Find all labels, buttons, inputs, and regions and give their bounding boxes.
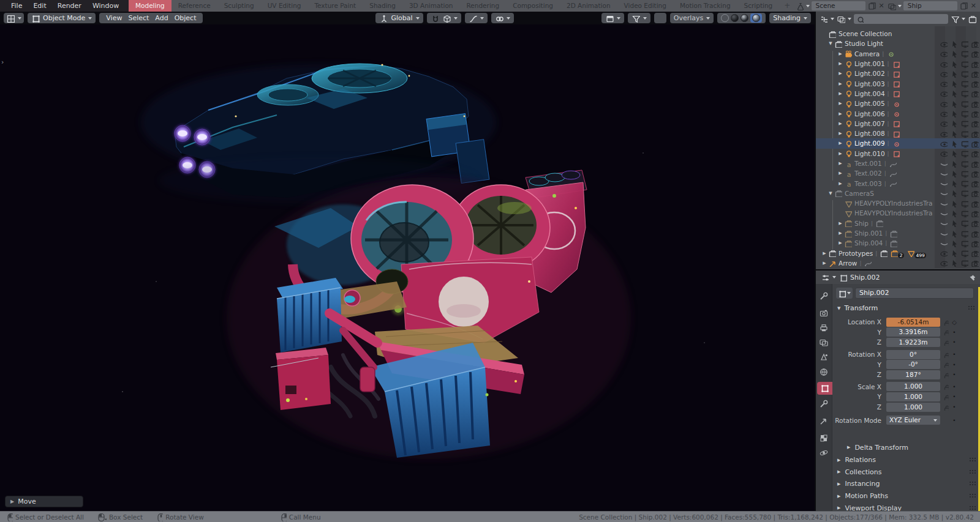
lock-icon[interactable] bbox=[942, 339, 949, 346]
tab-sculpting[interactable]: Sculpting bbox=[217, 0, 261, 12]
remove-view-layer-icon[interactable]: ✕ bbox=[970, 2, 978, 10]
eye-closed-icon[interactable] bbox=[940, 170, 948, 177]
monitor-icon[interactable] bbox=[960, 80, 968, 88]
rotation-y-field[interactable]: -0° bbox=[886, 360, 940, 369]
cursor-icon[interactable] bbox=[950, 149, 958, 157]
properties-editor-icon[interactable] bbox=[821, 273, 829, 282]
snap-mode-cube-icon[interactable] bbox=[442, 14, 451, 23]
location-y-field[interactable]: 3.3916m bbox=[886, 327, 940, 337]
view-layer-icon[interactable] bbox=[888, 2, 896, 10]
animate-dot-icon[interactable]: • bbox=[950, 362, 959, 368]
expander-icon[interactable]: ▶ bbox=[837, 171, 844, 176]
camera-icon[interactable] bbox=[971, 199, 979, 207]
camera-icon[interactable] bbox=[971, 89, 979, 97]
camera-icon[interactable] bbox=[971, 130, 979, 138]
animate-dot-icon[interactable]: • bbox=[950, 371, 959, 378]
expander-icon[interactable]: ▶ bbox=[837, 131, 844, 136]
tab-world-icon[interactable] bbox=[819, 367, 829, 378]
lock-icon[interactable] bbox=[942, 393, 949, 400]
outliner-row-light[interactable]: ▶ Light.008 | bbox=[816, 129, 980, 138]
expander-icon[interactable]: ▶ bbox=[821, 261, 828, 266]
object-id-button[interactable] bbox=[836, 288, 853, 299]
tab-shading[interactable]: Shading bbox=[363, 0, 402, 12]
eye-icon[interactable] bbox=[940, 130, 948, 138]
new-scene-icon[interactable] bbox=[867, 2, 876, 10]
outliner-row-ship[interactable]: ▶ Ship.004 | bbox=[816, 238, 980, 248]
camera-icon[interactable] bbox=[971, 249, 979, 257]
outliner-row-light[interactable]: ▶ Light.004 | bbox=[816, 89, 980, 99]
monitor-icon[interactable] bbox=[960, 130, 968, 138]
cursor-icon[interactable] bbox=[950, 170, 958, 177]
eye-closed-icon[interactable] bbox=[940, 199, 948, 207]
expander-icon[interactable]: ▶ bbox=[837, 221, 844, 226]
expander-icon[interactable]: ▶ bbox=[837, 61, 844, 66]
monitor-icon[interactable] bbox=[960, 110, 968, 117]
animate-dot-icon[interactable]: • bbox=[950, 351, 959, 357]
cursor-icon[interactable] bbox=[950, 229, 958, 237]
toolbar-expand-arrow[interactable]: › bbox=[1, 58, 4, 66]
delta-transform-panel[interactable]: ▶Delta Transform bbox=[842, 442, 978, 453]
overlays-dropdown[interactable]: Overlays bbox=[670, 13, 714, 23]
proportional-editing[interactable] bbox=[465, 13, 488, 23]
eye-closed-icon[interactable] bbox=[940, 209, 948, 217]
tab-output-icon[interactable] bbox=[819, 323, 829, 334]
add-workspace-button[interactable]: + bbox=[779, 0, 795, 12]
menu-add[interactable]: Add bbox=[152, 14, 171, 22]
cursor-icon[interactable] bbox=[950, 259, 958, 267]
camera-icon[interactable] bbox=[971, 160, 979, 168]
tab-texture-icon[interactable] bbox=[819, 433, 829, 444]
monitor-icon[interactable] bbox=[960, 119, 968, 127]
lock-icon[interactable] bbox=[942, 361, 949, 368]
menu-render[interactable]: Render bbox=[53, 0, 86, 12]
cursor-icon[interactable] bbox=[950, 60, 958, 68]
lock-icon[interactable] bbox=[942, 351, 949, 358]
cursor-icon[interactable] bbox=[950, 219, 958, 227]
new-view-layer-icon[interactable] bbox=[959, 2, 968, 10]
outliner-row-light-selected[interactable]: ▶ Light.009 | bbox=[816, 138, 980, 148]
filter-funnel-icon[interactable] bbox=[951, 15, 959, 23]
cursor-icon[interactable] bbox=[950, 209, 958, 217]
gizmo-toggle[interactable] bbox=[654, 13, 666, 23]
collection-filter-icon[interactable] bbox=[968, 15, 976, 23]
unlink-scene-icon[interactable]: ✕ bbox=[878, 2, 886, 10]
lock-icon[interactable] bbox=[942, 329, 949, 335]
tab-physics-icon[interactable] bbox=[819, 448, 829, 458]
camera-icon[interactable] bbox=[971, 259, 979, 267]
eye-closed-icon[interactable] bbox=[940, 189, 948, 197]
collections-panel[interactable]: ▶Collections bbox=[832, 466, 980, 479]
cursor-icon[interactable] bbox=[950, 199, 958, 207]
eye-icon[interactable] bbox=[940, 40, 948, 48]
rotation-mode-dropdown[interactable]: XYZ Euler bbox=[886, 416, 940, 425]
eye-icon[interactable] bbox=[940, 89, 948, 97]
expander-icon[interactable]: ▶ bbox=[837, 151, 844, 156]
expander-icon[interactable]: ▶ bbox=[837, 111, 844, 116]
outliner-row-text[interactable]: ▶ Text.002 | bbox=[816, 168, 980, 178]
pivot-link-dropdown[interactable] bbox=[491, 13, 514, 23]
outliner-row-light[interactable]: ▶ Light.001 | bbox=[816, 59, 980, 69]
tab-uv-editing[interactable]: UV Editing bbox=[261, 0, 308, 12]
animate-dot-icon[interactable]: • bbox=[950, 404, 959, 410]
camera-icon[interactable] bbox=[971, 239, 979, 247]
collapse-triangle-icon[interactable]: ▶ bbox=[10, 499, 14, 504]
monitor-icon[interactable] bbox=[960, 229, 968, 237]
monitor-icon[interactable] bbox=[960, 149, 968, 157]
eye-icon[interactable] bbox=[940, 119, 948, 127]
monitor-icon[interactable] bbox=[960, 199, 968, 207]
outliner-row-light[interactable]: ▶ Light.006 | bbox=[816, 108, 980, 118]
monitor-icon[interactable] bbox=[960, 179, 968, 187]
object-name-field[interactable]: Ship.002 bbox=[855, 288, 974, 299]
expander-icon[interactable]: ▶ bbox=[837, 101, 844, 106]
camera-icon[interactable] bbox=[971, 140, 979, 147]
eye-icon[interactable] bbox=[940, 110, 948, 117]
cursor-icon[interactable] bbox=[950, 249, 958, 257]
animate-dot-icon[interactable]: • bbox=[950, 417, 959, 423]
cursor-icon[interactable] bbox=[950, 189, 958, 197]
outliner-editor-icon[interactable] bbox=[820, 15, 828, 23]
tab-3d-animation[interactable]: 3D Animation bbox=[402, 0, 460, 12]
tab-scene-icon[interactable] bbox=[819, 352, 829, 363]
outliner-row-prototypes[interactable]: ▶ Prototypes | 2 499 bbox=[816, 248, 980, 258]
tab-render-icon[interactable] bbox=[819, 308, 829, 319]
outliner-row-studio-light[interactable]: ▼ Studio Light bbox=[816, 39, 980, 48]
monitor-icon[interactable] bbox=[960, 60, 968, 68]
location-x-field[interactable]: -6.0514m bbox=[886, 318, 940, 327]
